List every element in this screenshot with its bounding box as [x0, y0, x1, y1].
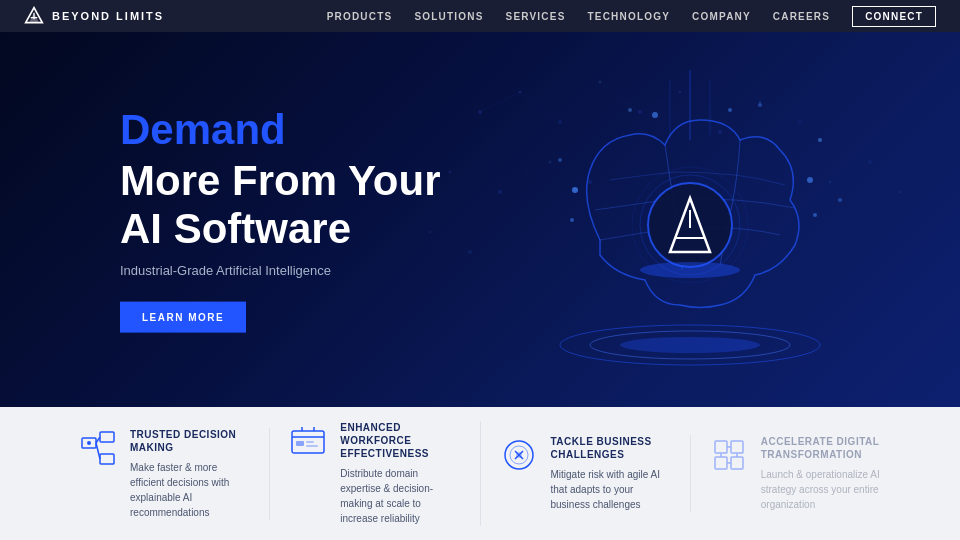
navbar: BEYOND LIMITS PRODUCTS SOLUTIONS SERVICE…	[0, 0, 960, 32]
svg-point-35	[572, 187, 578, 193]
svg-point-41	[818, 138, 822, 142]
hero-section: Demand More From Your AI Software Indust…	[0, 32, 960, 407]
svg-point-40	[728, 108, 732, 112]
svg-point-45	[758, 103, 762, 107]
hero-visual	[500, 60, 880, 380]
nav-solutions[interactable]: SOLUTIONS	[414, 11, 483, 22]
feature-3-text: TACKLE BUSINESS CHALLENGES Mitigate risk…	[551, 435, 670, 512]
feature-transform: ACCELERATE DIGITAL TRANSFORMATION Launch…	[691, 435, 900, 512]
feature-2-desc: Distribute domain expertise & decision-m…	[340, 466, 459, 526]
feature-challenges: TACKLE BUSINESS CHALLENGES Mitigate risk…	[481, 435, 691, 512]
svg-rect-71	[731, 441, 743, 453]
feature-1-title: TRUSTED DECISION MAKING	[130, 428, 249, 454]
svg-point-31	[620, 337, 760, 353]
nav-careers[interactable]: CAREERS	[773, 11, 830, 22]
svg-point-43	[558, 158, 562, 162]
features-section: TRUSTED DECISION MAKING Make faster & mo…	[0, 407, 960, 540]
feature-2-text: ENHANCED WORKFORCE EFFECTIVENESS Distrib…	[340, 421, 459, 526]
svg-point-69	[516, 452, 522, 458]
nav-services[interactable]: SERVICES	[506, 11, 566, 22]
challenges-icon	[501, 437, 537, 473]
svg-point-42	[838, 198, 842, 202]
workforce-icon	[290, 423, 326, 459]
feature-4-title: ACCELERATE DIGITAL TRANSFORMATION	[761, 435, 880, 461]
svg-point-38	[813, 213, 817, 217]
svg-point-37	[807, 177, 813, 183]
svg-point-36	[570, 218, 574, 222]
decision-icon	[80, 430, 116, 466]
logo-icon	[24, 6, 44, 26]
hero-demand: Demand	[120, 106, 440, 152]
nav-products[interactable]: PRODUCTS	[327, 11, 393, 22]
logo-text: BEYOND LIMITS	[52, 10, 164, 22]
svg-rect-63	[306, 441, 314, 443]
nav-links: PRODUCTS SOLUTIONS SERVICES TECHNOLOGY C…	[327, 6, 936, 27]
svg-rect-70	[715, 441, 727, 453]
hero-content: Demand More From Your AI Software Indust…	[120, 106, 440, 333]
feature-1-desc: Make faster & more efficient decisions w…	[130, 460, 249, 520]
svg-point-59	[87, 441, 91, 445]
svg-rect-62	[296, 441, 304, 446]
svg-rect-55	[100, 432, 114, 442]
svg-rect-72	[715, 457, 727, 469]
nav-company[interactable]: COMPANY	[692, 11, 751, 22]
svg-line-58	[96, 443, 100, 459]
feature-3-desc: Mitigate risk with agile AI that adapts …	[551, 467, 670, 512]
transform-icon	[711, 437, 747, 473]
learn-more-button[interactable]: LEARN MORE	[120, 302, 246, 333]
feature-4-text: ACCELERATE DIGITAL TRANSFORMATION Launch…	[761, 435, 880, 512]
feature-3-title: TACKLE BUSINESS CHALLENGES	[551, 435, 670, 461]
connect-button[interactable]: CONNECT	[852, 6, 936, 27]
svg-point-21	[899, 191, 902, 194]
feature-workforce: ENHANCED WORKFORCE EFFECTIVENESS Distrib…	[270, 421, 480, 526]
nav-technology[interactable]: TECHNOLOGY	[588, 11, 671, 22]
svg-point-39	[652, 112, 658, 118]
hero-title: More From Your AI Software	[120, 156, 440, 253]
feature-decision-making: TRUSTED DECISION MAKING Make faster & mo…	[60, 428, 270, 520]
logo[interactable]: BEYOND LIMITS	[24, 6, 164, 26]
brain-graphic	[500, 60, 880, 380]
svg-point-13	[449, 171, 452, 174]
svg-rect-73	[731, 457, 743, 469]
feature-4-desc: Launch & operationalize AI strategy acro…	[761, 467, 880, 512]
feature-1-text: TRUSTED DECISION MAKING Make faster & mo…	[130, 428, 249, 520]
feature-2-title: ENHANCED WORKFORCE EFFECTIVENESS	[340, 421, 459, 460]
svg-line-27	[480, 112, 500, 192]
svg-point-44	[628, 108, 632, 112]
svg-point-18	[468, 250, 472, 254]
svg-point-53	[640, 262, 740, 278]
svg-rect-64	[306, 445, 318, 447]
svg-rect-56	[100, 454, 114, 464]
hero-subtitle: Industrial-Grade Artificial Intelligence	[120, 263, 440, 278]
